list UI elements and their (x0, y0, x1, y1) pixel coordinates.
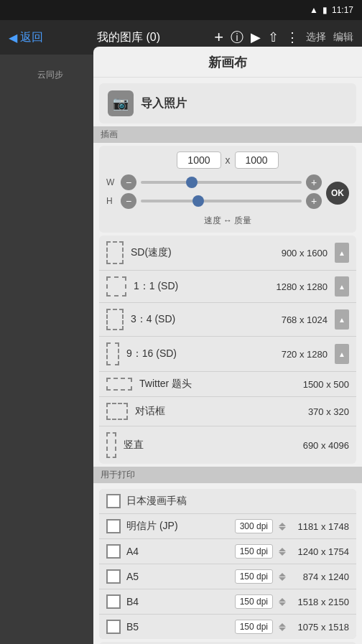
preset-row-sd[interactable]: SD(速度) 900 x 1600 ▲ (99, 235, 356, 271)
preset-thumb-11 (106, 276, 126, 297)
height-slider-label: H (106, 196, 116, 206)
width-value[interactable]: 1000 (177, 151, 221, 169)
preset-thumb-34 (106, 309, 124, 330)
print-row-b5[interactable]: B5 150 dpi 1075 x 1518 (99, 615, 356, 639)
status-bar: ▲ ▮ 11:17 (0, 0, 362, 20)
height-slider-track[interactable] (141, 200, 302, 202)
sidebar-sync-label: 云同步 (37, 69, 63, 81)
print-name-a5: A5 (126, 571, 229, 582)
share-button[interactable]: ⇧ (268, 29, 279, 45)
play-button[interactable]: ▶ (251, 29, 261, 45)
preset-size-916: 720 x 1280 (282, 349, 328, 360)
preset-name-vertical: 竖直 (124, 439, 296, 452)
preset-name-11: 1：1 (SD) (134, 280, 269, 293)
new-canvas-dialog: 新画布 📷 导入照片 插画 1000 x 1000 W − (93, 47, 362, 644)
preset-arrow-sd[interactable]: ▲ (335, 243, 349, 263)
dpi-arrow-postcard[interactable] (279, 523, 286, 531)
height-plus-button[interactable]: + (306, 193, 322, 209)
drawing-ok-button[interactable]: OK (326, 182, 349, 205)
preset-thumb-916 (106, 342, 119, 365)
dpi-a5[interactable]: 150 dpi (235, 569, 273, 584)
status-icons: ▲ ▮ 11:17 (310, 5, 353, 15)
height-slider-thumb[interactable] (192, 195, 204, 207)
print-name-manga: 日本漫画手稿 (126, 495, 349, 508)
dpi-b4[interactable]: 150 dpi (235, 594, 273, 609)
custom-size-area: 1000 x 1000 W − + H − (99, 146, 356, 233)
preset-size-11: 1280 x 1280 (276, 281, 328, 292)
more-button[interactable]: ⋮ (286, 29, 299, 45)
preset-row-vertical[interactable]: 竖直 690 x 4096 (99, 426, 356, 464)
height-minus-button[interactable]: − (121, 193, 136, 209)
preset-row-dialog[interactable]: 对话框 370 x 320 (99, 397, 356, 426)
print-size-b4: 1518 x 2150 (292, 597, 349, 607)
dpi-postcard[interactable]: 300 dpi (235, 519, 273, 533)
print-size-postcard: 1181 x 1748 (292, 521, 349, 532)
info-button[interactable]: ⓘ (231, 29, 243, 46)
preset-size-sd: 900 x 1600 (282, 248, 328, 258)
preset-name-916: 9：16 (SD) (126, 347, 274, 360)
height-slider-row: H − + (106, 193, 322, 209)
add-button[interactable]: + (214, 28, 223, 47)
width-minus-button[interactable]: − (121, 174, 136, 190)
sidebar: 云同步 (0, 55, 101, 644)
import-label: 导入照片 (141, 96, 187, 111)
checkbox-postcard[interactable] (106, 519, 121, 533)
print-name-postcard: 明信片 (JP) (126, 520, 229, 533)
preset-list: SD(速度) 900 x 1600 ▲ 1：1 (SD) 1280 x 1280… (99, 235, 356, 464)
preset-size-twitter: 1500 x 500 (303, 379, 349, 390)
checkbox-manga[interactable] (106, 494, 121, 508)
width-plus-button[interactable]: + (306, 174, 322, 190)
edit-button[interactable]: 编辑 (333, 31, 353, 44)
width-slider-track[interactable] (141, 181, 302, 184)
print-row-postcard[interactable]: 明信片 (JP) 300 dpi 1181 x 1748 (99, 514, 356, 539)
dpi-arrow-b4[interactable] (279, 598, 286, 606)
print-row-b4[interactable]: B4 150 dpi 1518 x 2150 (99, 589, 356, 615)
print-size-a4: 1240 x 1754 (292, 546, 349, 557)
camera-icon: 📷 (108, 90, 134, 116)
preset-size-dialog: 370 x 320 (308, 406, 349, 417)
checkbox-a5[interactable] (106, 569, 121, 584)
main-area: 云同步 新画布 📷 导入照片 插画 1000 x 1000 W − (0, 55, 362, 644)
preset-name-sd: SD(速度) (131, 246, 274, 259)
preset-row-916[interactable]: 9：16 (SD) 720 x 1280 ▲ (99, 337, 356, 372)
back-button[interactable]: ◀ 返回 (9, 30, 43, 45)
print-row-a5[interactable]: A5 150 dpi 874 x 1240 (99, 564, 356, 589)
dpi-b5[interactable]: 150 dpi (235, 620, 273, 634)
wifi-icon: ▲ (310, 5, 318, 15)
nav-actions: + ⓘ ▶ ⇧ ⋮ 选择 编辑 (214, 28, 353, 47)
preset-size-34: 768 x 1024 (282, 314, 328, 325)
select-button[interactable]: 选择 (306, 31, 326, 44)
dpi-a4[interactable]: 150 dpi (235, 544, 273, 559)
preset-size-vertical: 690 x 4096 (303, 440, 349, 451)
import-section[interactable]: 📷 导入照片 (99, 83, 356, 123)
preset-row-34[interactable]: 3：4 (SD) 768 x 1024 ▲ (99, 303, 356, 337)
preset-row-twitter[interactable]: Twitter 题头 1500 x 500 (99, 372, 356, 397)
width-slider-thumb[interactable] (186, 177, 198, 188)
time-display: 11:17 (332, 5, 353, 15)
preset-name-dialog: 对话框 (135, 405, 301, 418)
dpi-arrow-a4[interactable] (279, 548, 286, 556)
print-row-manga[interactable]: 日本漫画手稿 (99, 489, 356, 514)
preset-arrow-916[interactable]: ▲ (335, 344, 349, 364)
print-name-b4: B4 (126, 596, 229, 607)
checkbox-b4[interactable] (106, 594, 121, 609)
preset-row-11[interactable]: 1：1 (SD) 1280 x 1280 ▲ (99, 271, 356, 303)
dpi-arrow-b5[interactable] (279, 623, 286, 631)
preset-thumb-sd (106, 241, 124, 264)
width-slider-label: W (106, 177, 116, 187)
print-section: 日本漫画手稿 明信片 (JP) 300 dpi 1181 x 1748 A4 1… (99, 489, 356, 639)
print-name-b5: B5 (126, 621, 229, 633)
print-size-b5: 1075 x 1518 (292, 622, 349, 633)
checkbox-a4[interactable] (106, 544, 121, 559)
drawing-section-header: 插画 (93, 126, 362, 143)
preset-arrow-34[interactable]: ▲ (335, 309, 349, 330)
battery-icon: ▮ (322, 5, 328, 15)
back-arrow-icon: ◀ (9, 31, 17, 45)
dpi-arrow-a5[interactable] (279, 573, 286, 581)
print-section-header: 用于打印 (93, 467, 362, 483)
print-row-a4[interactable]: A4 150 dpi 1240 x 1754 (99, 539, 356, 564)
preset-arrow-11[interactable]: ▲ (335, 276, 349, 297)
speed-quality-label: 速度 ↔ 质量 (106, 215, 349, 227)
checkbox-b5[interactable] (106, 620, 121, 634)
height-value[interactable]: 1000 (235, 151, 279, 169)
